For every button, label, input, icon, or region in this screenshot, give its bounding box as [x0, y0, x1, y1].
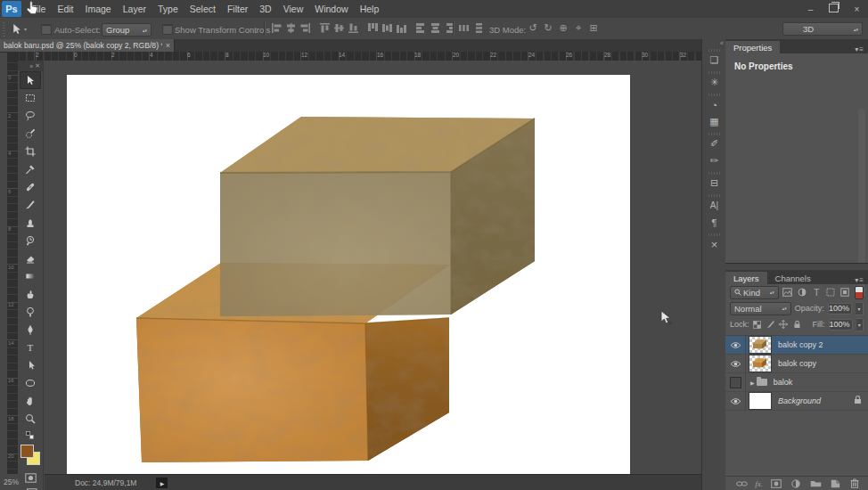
- distribute-widths-icon[interactable]: [458, 22, 470, 34]
- dodge-tool[interactable]: [20, 303, 41, 321]
- foreground-color-swatch[interactable]: [20, 445, 34, 458]
- filter-type-layers-icon[interactable]: T: [811, 287, 822, 298]
- layer-thumbnail[interactable]: [749, 355, 772, 372]
- layer-comps-panel-icon[interactable]: ⊟: [704, 175, 725, 192]
- brush-panel-icon[interactable]: ✐: [704, 135, 725, 152]
- lock-transparency-icon[interactable]: [753, 319, 763, 331]
- filter-pixel-layers-icon[interactable]: [782, 287, 793, 298]
- color-panel-icon[interactable]: ◔: [704, 96, 725, 113]
- tool-presets-panel-icon[interactable]: ×: [704, 236, 725, 253]
- rectangular-marquee-tool[interactable]: [20, 89, 41, 107]
- layer-row-balok-copy-2[interactable]: balok copy 2: [725, 336, 868, 355]
- menu-help[interactable]: Help: [354, 0, 385, 18]
- restore-button[interactable]: [826, 4, 841, 14]
- menu-filter[interactable]: Filter: [221, 0, 253, 18]
- layers-panel-menu-icon[interactable]: ▾≡: [855, 276, 868, 284]
- menu-view[interactable]: View: [277, 0, 309, 18]
- quick-mask-button[interactable]: [21, 472, 39, 484]
- minimize-button[interactable]: –: [803, 4, 818, 14]
- auto-select-target-dropdown[interactable]: Group▴▾: [102, 23, 151, 37]
- layer-row-background[interactable]: Background: [725, 392, 868, 411]
- tool-preset-picker[interactable]: ▾: [11, 23, 27, 35]
- layer-name[interactable]: Background: [778, 396, 821, 405]
- close-button[interactable]: ×: [849, 4, 864, 14]
- distribute-bottom-edges-icon[interactable]: [396, 22, 407, 34]
- add-layer-mask-icon[interactable]: [770, 478, 782, 490]
- properties-panel-menu-icon[interactable]: ▾≡: [855, 45, 868, 53]
- distribute-heights-icon[interactable]: [473, 22, 485, 34]
- type-tool[interactable]: T: [20, 339, 41, 356]
- layer-name[interactable]: balok: [774, 378, 793, 387]
- crop-tool[interactable]: [20, 143, 41, 160]
- filter-adjustment-layers-icon[interactable]: [797, 287, 807, 298]
- eraser-tool[interactable]: [20, 249, 41, 267]
- menu-3d[interactable]: 3D: [254, 0, 277, 18]
- clone-stamp-tool[interactable]: [20, 214, 41, 232]
- align-right-edges-icon[interactable]: [299, 22, 311, 34]
- layer-thumbnail[interactable]: [749, 392, 772, 410]
- navigator-panel-icon[interactable]: ✳: [704, 74, 725, 91]
- align-left-edges-icon[interactable]: [271, 22, 283, 34]
- menu-image[interactable]: Image: [79, 0, 117, 18]
- 3d-slide-icon[interactable]: ⌖: [571, 22, 585, 34]
- layer-style-icon[interactable]: fx.: [755, 479, 763, 488]
- document-canvas[interactable]: [67, 75, 630, 474]
- swatches-panel-icon[interactable]: ▦: [704, 113, 725, 130]
- ellipse-shape-tool[interactable]: [20, 374, 41, 392]
- history-panel-icon[interactable]: ❏: [704, 52, 725, 69]
- move-tool[interactable]: [20, 71, 41, 89]
- layer-row-balok-group[interactable]: ▶ balok: [725, 373, 868, 392]
- menu-file[interactable]: File: [25, 0, 52, 18]
- opacity-dropdown-arrow[interactable]: ▾: [856, 302, 864, 315]
- options-bar-grip[interactable]: [3, 22, 5, 37]
- show-transform-checkbox[interactable]: [162, 24, 173, 35]
- visibility-toggle[interactable]: [725, 336, 746, 354]
- auto-select-checkbox[interactable]: [41, 24, 52, 35]
- visibility-toggle[interactable]: [725, 355, 746, 372]
- menu-type[interactable]: Type: [151, 0, 184, 18]
- character-panel-icon[interactable]: A|: [704, 197, 725, 214]
- layer-filter-toggle[interactable]: [855, 286, 864, 299]
- align-bottom-edges-icon[interactable]: [348, 22, 359, 34]
- adjustment-layer-icon[interactable]: [790, 478, 802, 490]
- paragraph-panel-icon[interactable]: ¶: [704, 214, 725, 231]
- zoom-level-field[interactable]: 25%: [4, 478, 19, 486]
- distribute-left-edges-icon[interactable]: [415, 22, 427, 34]
- 3d-roll-icon[interactable]: ↻: [541, 22, 555, 34]
- delete-layer-icon[interactable]: [848, 478, 861, 490]
- menu-window[interactable]: Window: [309, 0, 354, 18]
- lock-all-icon[interactable]: [792, 319, 802, 331]
- status-options-arrow[interactable]: ▶: [156, 478, 168, 488]
- layer-thumbnail[interactable]: [749, 336, 772, 354]
- fill-value[interactable]: 100%: [829, 319, 853, 331]
- 3d-pan-icon[interactable]: ⊕: [556, 22, 570, 34]
- brush-tool[interactable]: [20, 196, 41, 214]
- align-horizontal-centers-icon[interactable]: [285, 22, 297, 34]
- expand-panels-icon[interactable]: «: [702, 39, 726, 46]
- tab-close-icon[interactable]: ×: [166, 41, 170, 50]
- toolbar-header[interactable]: » ✕: [18, 61, 43, 71]
- group-expand-triangle[interactable]: ▶: [750, 380, 755, 386]
- new-layer-icon[interactable]: [829, 478, 841, 490]
- 3d-zoom-icon[interactable]: ⊞: [586, 22, 601, 34]
- gradient-tool[interactable]: [20, 267, 41, 285]
- distribute-horizontal-centers-icon[interactable]: [430, 22, 441, 34]
- healing-brush-tool[interactable]: [20, 178, 41, 196]
- document-tab[interactable]: balok baru.psd @ 25% (balok copy 2, RGB/…: [0, 39, 175, 52]
- opacity-value[interactable]: 100%: [828, 303, 852, 314]
- lasso-tool[interactable]: [20, 107, 41, 125]
- new-group-icon[interactable]: [809, 478, 822, 490]
- menu-edit[interactable]: Edit: [52, 0, 79, 18]
- smudge-tool[interactable]: [20, 285, 41, 303]
- blend-mode-dropdown[interactable]: Normal▴▾: [730, 302, 791, 315]
- filter-shape-layers-icon[interactable]: [825, 287, 836, 298]
- 3d-orbit-icon[interactable]: ↺: [526, 22, 540, 34]
- hand-tool[interactable]: [20, 392, 41, 410]
- layer-name[interactable]: balok copy: [778, 359, 816, 368]
- link-layers-icon[interactable]: [735, 478, 748, 490]
- distribute-top-edges-icon[interactable]: [367, 22, 379, 34]
- eyedropper-tool[interactable]: [20, 160, 41, 178]
- tab-layers[interactable]: Layers: [725, 272, 767, 284]
- pen-tool[interactable]: [20, 321, 41, 339]
- layer-name[interactable]: balok copy 2: [778, 340, 823, 349]
